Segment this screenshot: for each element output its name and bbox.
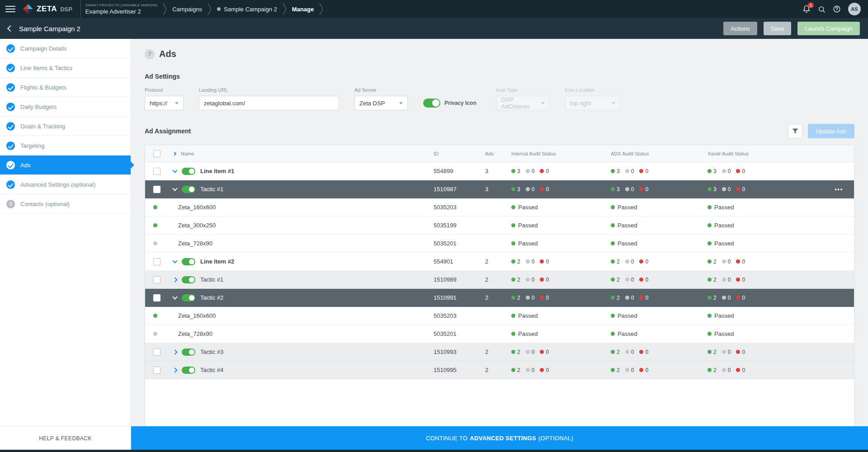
expand-all-icon[interactable] bbox=[173, 151, 176, 155]
expand-icon[interactable] bbox=[172, 349, 177, 354]
breadcrumb-item[interactable]: Campaigns bbox=[168, 0, 207, 18]
expand-icon[interactable] bbox=[172, 277, 177, 282]
audit-status-cell: Passed bbox=[511, 330, 611, 337]
row-active-toggle[interactable] bbox=[182, 348, 195, 356]
question-icon bbox=[833, 5, 841, 13]
sidebar-item-flights-budgets[interactable]: Flights & Budgets bbox=[0, 78, 131, 97]
gray-dot-icon bbox=[526, 169, 530, 173]
table-row[interactable]: Tactic #215109912200200200 bbox=[145, 289, 854, 307]
sidebar-item-advanced-settings-optional[interactable]: Advanced Settings (optional) bbox=[0, 175, 131, 194]
row-name: Tactic #1 bbox=[200, 276, 223, 283]
collapse-icon[interactable] bbox=[172, 258, 177, 263]
audit-status-cell: Passed bbox=[708, 222, 854, 229]
row-checkbox[interactable] bbox=[153, 348, 160, 356]
table-row[interactable]: Line Item #15548993300300300 bbox=[145, 162, 854, 180]
actions-button[interactable]: Actions bbox=[723, 22, 757, 35]
row-id: 554899 bbox=[434, 168, 485, 174]
row-active-toggle[interactable] bbox=[182, 294, 195, 301]
green-dot-icon bbox=[611, 314, 615, 318]
row-checkbox[interactable] bbox=[153, 168, 160, 175]
breadcrumb-chevron-icon bbox=[283, 3, 287, 15]
audit-status-cell: 200 bbox=[611, 259, 708, 265]
collapse-icon[interactable] bbox=[172, 294, 177, 299]
table-row[interactable]: Tactic #315109932200200200 bbox=[145, 343, 854, 361]
landing-url-input[interactable] bbox=[199, 96, 339, 110]
green-dot-icon bbox=[708, 169, 712, 173]
section-heading: Ads bbox=[159, 49, 176, 59]
zeta-diamond-icon bbox=[23, 4, 33, 14]
continue-prefix: CONTINUE TO bbox=[426, 435, 467, 442]
step-number-circle: 7 bbox=[145, 49, 155, 59]
sidebar-item-ads[interactable]: Ads bbox=[0, 155, 131, 175]
row-menu-icon[interactable]: ••• bbox=[835, 186, 843, 193]
audit-status-cell: Passed bbox=[511, 204, 611, 211]
continue-button[interactable]: CONTINUE TO ADVANCED SETTINGS (OPTIONAL) bbox=[131, 426, 868, 450]
help-feedback-link[interactable]: HELP & FEEDBACK bbox=[0, 426, 131, 450]
filter-button[interactable] bbox=[788, 124, 802, 138]
row-checkbox[interactable] bbox=[153, 186, 160, 193]
protocol-select[interactable]: https:// bbox=[145, 96, 184, 110]
menu-icon[interactable] bbox=[5, 6, 15, 12]
sidebar-item-targeting[interactable]: Targeting bbox=[0, 136, 131, 155]
table-row[interactable]: Zeta_160x6005035203PassedPassedPassed bbox=[145, 307, 854, 325]
red-dot-icon bbox=[540, 187, 544, 191]
chevron-down-icon bbox=[612, 102, 615, 104]
audit-status-cell: Passed bbox=[611, 240, 708, 247]
launch-campaign-button[interactable]: Launch Campaign bbox=[797, 22, 860, 35]
audit-status-text: Passed bbox=[618, 204, 637, 211]
privacy-icon-toggle[interactable] bbox=[423, 99, 440, 108]
sidebar-item-daily-budgets[interactable]: Daily Budgets bbox=[0, 97, 131, 117]
table-row[interactable]: Tactic #115109873300300300••• bbox=[145, 180, 854, 198]
audit-status-cell: 200 bbox=[511, 259, 611, 265]
brand-logo[interactable]: ZETA DSP bbox=[23, 4, 72, 14]
table-row[interactable]: Tactic #415109952200200200 bbox=[145, 361, 854, 379]
row-checkbox[interactable] bbox=[153, 258, 160, 265]
search-button[interactable] bbox=[818, 5, 826, 13]
breadcrumb-item[interactable]: SMART PROJECTS (VARIABLE MARGIN)Example … bbox=[80, 0, 162, 18]
collapse-icon[interactable] bbox=[172, 168, 177, 173]
green-dot-icon bbox=[611, 350, 615, 354]
row-active-toggle[interactable] bbox=[182, 186, 195, 193]
table-row[interactable]: Zeta_300x2505035199PassedPassedPassed bbox=[145, 217, 854, 235]
breadcrumb-item[interactable]: Manage bbox=[288, 0, 318, 18]
table-row[interactable]: Tactic #115109892200200200 bbox=[145, 271, 854, 289]
row-name: Zeta_160x600 bbox=[178, 312, 216, 319]
collapse-icon[interactable] bbox=[172, 186, 177, 191]
table-row[interactable]: Zeta_728x905035201PassedPassedPassed bbox=[145, 235, 854, 253]
table-row[interactable]: Zeta_728x905035201PassedPassedPassed bbox=[145, 325, 854, 343]
sidebar-item-line-items-tactics[interactable]: Line Items & Tactics bbox=[0, 58, 131, 78]
update-ads-button[interactable]: Update Ads bbox=[808, 124, 854, 138]
landing-url-label: Landing URL bbox=[199, 87, 339, 93]
gray-dot-icon bbox=[722, 169, 726, 173]
row-checkbox[interactable] bbox=[153, 367, 160, 374]
row-checkbox[interactable] bbox=[153, 294, 160, 301]
green-dot-icon bbox=[708, 332, 712, 336]
row-active-toggle[interactable] bbox=[182, 258, 195, 265]
row-active-toggle[interactable] bbox=[182, 367, 195, 374]
table-row[interactable]: Zeta_160x6005035203PassedPassedPassed bbox=[145, 198, 854, 217]
help-button[interactable] bbox=[833, 5, 841, 13]
audit-count: 0 bbox=[546, 295, 549, 301]
select-all-checkbox[interactable] bbox=[153, 150, 160, 157]
audit-status-cell: 200 bbox=[708, 349, 854, 355]
audit-status-text: Passed bbox=[518, 330, 538, 337]
expand-icon[interactable] bbox=[172, 367, 177, 372]
avatar[interactable]: AS bbox=[848, 3, 861, 15]
row-checkbox[interactable] bbox=[153, 276, 160, 283]
ad-server-select[interactable]: Zeta DSP bbox=[354, 96, 408, 110]
audit-status-cell: 200 bbox=[708, 295, 854, 301]
audit-count: 0 bbox=[645, 295, 648, 301]
row-active-toggle[interactable] bbox=[182, 168, 195, 175]
sidebar-item-goals-tracking[interactable]: Goals & Tracking bbox=[0, 117, 131, 136]
back-icon[interactable] bbox=[7, 25, 14, 32]
sidebar-item-contacts-optional[interactable]: 9Contacts (optional) bbox=[0, 194, 131, 214]
save-button[interactable]: Save bbox=[764, 22, 792, 35]
notifications-button[interactable]: 1 bbox=[802, 5, 811, 13]
gray-dot-icon bbox=[722, 368, 726, 372]
red-dot-icon bbox=[639, 169, 643, 173]
table-row[interactable]: Line Item #25549012200200200 bbox=[145, 253, 854, 271]
row-id: 5035199 bbox=[434, 222, 485, 229]
breadcrumb-item[interactable]: Sample Campaign 2 bbox=[212, 0, 282, 18]
sidebar-item-campaign-details[interactable]: Campaign Details bbox=[0, 39, 131, 58]
row-active-toggle[interactable] bbox=[182, 276, 195, 283]
